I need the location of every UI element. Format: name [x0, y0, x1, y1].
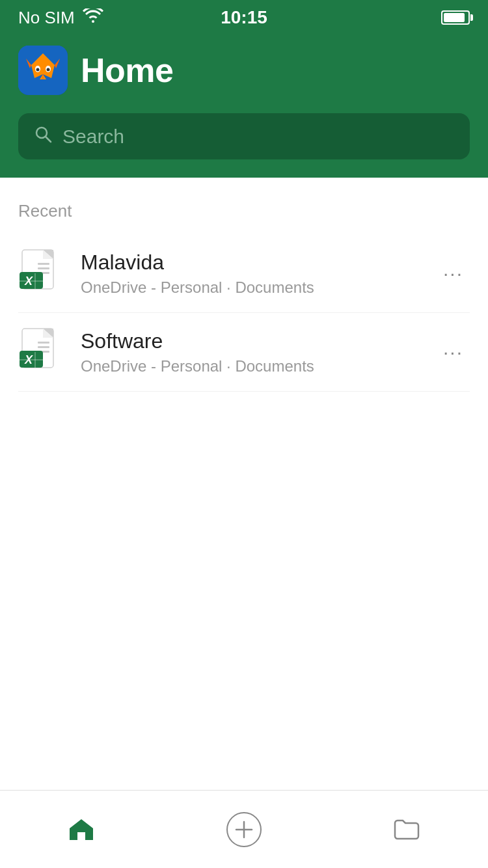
svg-rect-26 [38, 346, 49, 348]
search-bar[interactable]: Search [18, 113, 470, 159]
plus-icon [234, 819, 254, 840]
status-bar: No SIM 10:15 [0, 0, 488, 35]
svg-line-11 [46, 137, 51, 142]
file-name: Software [81, 329, 424, 353]
list-item[interactable]: X Malavida OneDrive - Personal · Documen… [18, 234, 470, 313]
folder-icon [392, 815, 421, 844]
home-icon [67, 815, 96, 844]
tab-bar [0, 790, 488, 868]
page-title: Home [81, 51, 173, 90]
list-item[interactable]: X Software OneDrive - Personal · Documen… [18, 313, 470, 392]
search-container: Search [0, 113, 488, 178]
file-info-software: Software OneDrive - Personal · Documents [81, 329, 424, 375]
app-header: Home [0, 35, 488, 113]
app-logo [18, 46, 68, 95]
more-options-button[interactable]: ··· [437, 256, 470, 291]
carrier-label: No SIM [18, 8, 75, 28]
search-icon [34, 125, 52, 148]
file-icon-software: X [18, 327, 68, 377]
status-time: 10:15 [221, 7, 267, 28]
file-meta: OneDrive - Personal · Documents [81, 357, 424, 375]
svg-point-7 [47, 68, 50, 72]
tab-home[interactable] [0, 791, 163, 868]
logo-svg [18, 46, 68, 95]
more-options-button[interactable]: ··· [437, 334, 470, 370]
svg-rect-25 [38, 342, 49, 344]
search-placeholder: Search [62, 126, 124, 148]
tab-files[interactable] [325, 791, 488, 868]
status-left: No SIM [18, 8, 103, 28]
battery-icon [441, 10, 470, 25]
wifi-icon [83, 8, 103, 27]
tab-new[interactable] [163, 791, 325, 868]
svg-point-6 [36, 68, 40, 72]
svg-rect-15 [38, 263, 49, 265]
svg-rect-16 [38, 267, 49, 269]
recent-section-label: Recent [18, 201, 470, 221]
file-name: Malavida [81, 251, 424, 275]
content-area: Recent X Malavida [0, 178, 488, 392]
file-info-malavida: Malavida OneDrive - Personal · Documents [81, 251, 424, 297]
file-icon-malavida: X [18, 249, 68, 298]
add-icon [226, 812, 262, 847]
file-meta: OneDrive - Personal · Documents [81, 278, 424, 297]
